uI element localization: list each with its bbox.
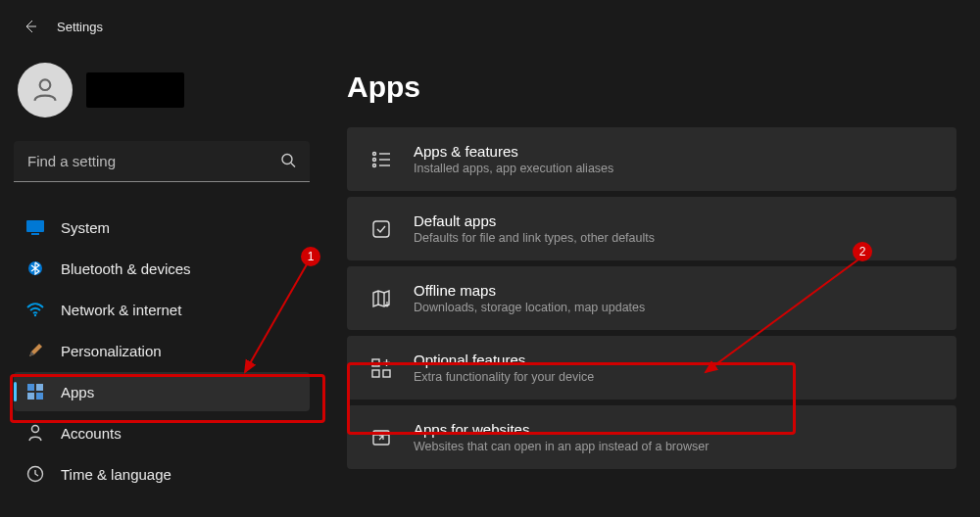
list-icon xyxy=(368,147,394,172)
clock-icon xyxy=(25,464,45,484)
svg-point-13 xyxy=(373,152,376,155)
window-title: Settings xyxy=(57,20,103,34)
svg-rect-3 xyxy=(26,220,44,232)
card-title: Optional features xyxy=(414,352,594,368)
search-input[interactable] xyxy=(14,141,310,182)
svg-point-11 xyxy=(32,426,39,433)
sidebar: System Bluetooth & devices Network & int… xyxy=(0,45,323,515)
shield-check-icon xyxy=(368,216,394,242)
bluetooth-icon xyxy=(25,258,45,278)
sidebar-item-label: Apps xyxy=(61,384,94,400)
card-apps-websites[interactable]: Apps for websites Websites that can open… xyxy=(347,405,956,469)
svg-rect-22 xyxy=(383,370,390,377)
apps-icon xyxy=(25,382,45,401)
svg-rect-4 xyxy=(31,233,39,235)
card-title: Default apps xyxy=(414,212,655,229)
search-icon xyxy=(280,153,296,171)
card-subtitle: Installed apps, app execution aliases xyxy=(414,162,613,175)
card-subtitle: Defaults for file and link types, other … xyxy=(414,231,655,245)
sidebar-item-label: Time & language xyxy=(61,466,172,483)
svg-rect-8 xyxy=(36,384,43,391)
profile[interactable] xyxy=(14,57,310,133)
grid-plus-icon xyxy=(368,355,394,381)
sidebar-item-personalization[interactable]: Personalization xyxy=(14,331,310,370)
sidebar-item-system[interactable]: System xyxy=(14,208,310,247)
sidebar-item-accounts[interactable]: Accounts xyxy=(14,413,310,452)
sidebar-item-label: System xyxy=(61,219,110,236)
svg-rect-7 xyxy=(27,384,34,391)
card-subtitle: Downloads, storage location, map updates xyxy=(414,301,645,314)
svg-point-17 xyxy=(373,164,376,166)
sidebar-item-label: Accounts xyxy=(61,425,122,442)
main-content: Apps Apps & features Installed apps, app… xyxy=(323,45,980,515)
card-title: Apps & features xyxy=(414,143,613,160)
profile-name xyxy=(86,72,184,108)
person-icon xyxy=(25,423,45,443)
card-title: Offline maps xyxy=(414,282,645,299)
search-box[interactable] xyxy=(14,141,310,182)
card-subtitle: Extra functionality for your device xyxy=(414,370,594,384)
svg-point-15 xyxy=(373,158,376,161)
svg-point-6 xyxy=(34,314,36,316)
card-title: Apps for websites xyxy=(414,421,709,438)
back-icon[interactable] xyxy=(22,18,39,35)
svg-rect-21 xyxy=(372,370,379,377)
wifi-icon xyxy=(25,300,45,319)
svg-line-2 xyxy=(291,164,295,167)
sidebar-item-label: Bluetooth & devices xyxy=(61,260,191,277)
card-optional-features[interactable]: Optional features Extra functionality fo… xyxy=(347,336,956,400)
sidebar-item-network[interactable]: Network & internet xyxy=(14,290,310,329)
svg-point-1 xyxy=(282,155,292,164)
svg-point-0 xyxy=(40,79,51,90)
svg-rect-10 xyxy=(36,393,43,400)
sidebar-item-label: Personalization xyxy=(61,343,162,359)
svg-rect-9 xyxy=(27,393,34,400)
brush-icon xyxy=(25,341,45,360)
settings-card-list: Apps & features Installed apps, app exec… xyxy=(347,127,956,469)
page-title: Apps xyxy=(347,70,956,104)
monitor-icon xyxy=(25,217,45,237)
avatar xyxy=(18,63,73,118)
sidebar-item-label: Network & internet xyxy=(61,302,181,318)
card-apps-features[interactable]: Apps & features Installed apps, app exec… xyxy=(347,127,956,191)
map-download-icon xyxy=(368,286,394,311)
card-default-apps[interactable]: Default apps Defaults for file and link … xyxy=(347,197,956,260)
sidebar-item-bluetooth[interactable]: Bluetooth & devices xyxy=(14,249,310,288)
sidebar-nav: System Bluetooth & devices Network & int… xyxy=(14,208,310,494)
card-subtitle: Websites that can open in an app instead… xyxy=(414,440,709,453)
sidebar-item-apps[interactable]: Apps xyxy=(14,372,310,411)
svg-rect-20 xyxy=(372,359,379,366)
svg-rect-19 xyxy=(373,221,389,237)
sidebar-item-time[interactable]: Time & language xyxy=(14,454,310,494)
window-link-icon xyxy=(368,425,394,450)
card-offline-maps[interactable]: Offline maps Downloads, storage location… xyxy=(347,266,956,330)
